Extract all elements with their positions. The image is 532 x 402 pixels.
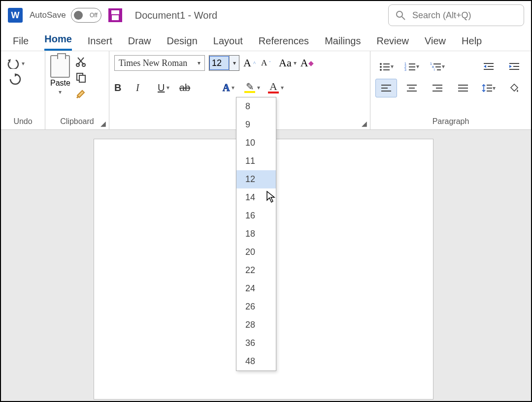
tab-file[interactable]: File xyxy=(13,35,29,51)
change-case-button[interactable]: Aa▾ xyxy=(279,57,297,69)
align-left-button[interactable] xyxy=(375,79,397,97)
font-name-value: Times New Roman xyxy=(119,58,187,68)
shading-button[interactable] xyxy=(503,79,525,97)
clipboard-icon xyxy=(50,55,70,78)
text-effects-button[interactable]: A▾ xyxy=(223,83,236,92)
underline-button[interactable]: U▾ xyxy=(158,82,171,93)
autosave-state: Off xyxy=(90,12,98,19)
chevron-down-icon: ▾ xyxy=(198,60,200,67)
search-icon xyxy=(396,10,405,20)
font-name-select[interactable]: Times New Roman ▾ xyxy=(114,55,205,71)
svg-point-5 xyxy=(82,63,85,66)
group-label-undo: Undo xyxy=(6,116,40,127)
autosave-label: AutoSave xyxy=(30,10,66,20)
copy-button[interactable] xyxy=(75,72,87,83)
align-center-button[interactable] xyxy=(401,79,423,97)
tab-help[interactable]: Help xyxy=(462,35,482,51)
tab-draw[interactable]: Draw xyxy=(128,35,151,51)
justify-button[interactable] xyxy=(452,79,474,97)
align-right-button[interactable] xyxy=(427,79,448,97)
increase-font-size-button[interactable]: A^ xyxy=(243,57,257,69)
tab-view[interactable]: View xyxy=(425,35,446,51)
decrease-font-size-button[interactable]: Aˇ xyxy=(261,58,275,68)
clear-formatting-button[interactable]: A◆ xyxy=(300,57,314,69)
group-undo: ▾ Undo xyxy=(1,51,45,129)
chevron-down-icon: ▾ xyxy=(59,89,62,95)
svg-point-8 xyxy=(380,63,382,65)
font-size-dropdown-button[interactable]: ▾ xyxy=(229,56,239,70)
repeat-button[interactable] xyxy=(9,73,22,86)
dialog-launcher-icon[interactable]: ◢ xyxy=(362,120,367,127)
tab-references[interactable]: References xyxy=(259,35,309,51)
tab-review[interactable]: Review xyxy=(376,35,409,51)
search-box[interactable] xyxy=(388,4,524,26)
group-clipboard: Paste ▾ Clipboard ◢ xyxy=(45,51,109,129)
group-label-paragraph: Paragraph xyxy=(375,116,526,127)
svg-point-4 xyxy=(76,63,79,66)
ribbon-tabs: File Home Insert Draw Design Layout Refe… xyxy=(1,30,531,51)
dialog-launcher-icon[interactable]: ◢ xyxy=(100,120,106,127)
font-size-option-selected[interactable]: 12 xyxy=(236,170,276,188)
svg-rect-7 xyxy=(79,75,85,82)
word-logo-icon: W xyxy=(8,8,23,23)
tab-home[interactable]: Home xyxy=(44,33,72,51)
chevron-down-icon: ▾ xyxy=(22,60,25,67)
font-size-option[interactable]: 28 xyxy=(236,316,276,334)
document-title: Document1 - Word xyxy=(135,10,217,21)
paste-button[interactable]: Paste ▾ xyxy=(50,55,70,95)
group-paragraph: ▾ 123▾ 1ai▾ ▾ Paragraph xyxy=(370,51,531,129)
font-size-option[interactable]: 24 xyxy=(236,279,276,298)
font-size-option[interactable]: 9 xyxy=(236,116,276,134)
bullet-list-button[interactable]: ▾ xyxy=(375,57,397,76)
tab-design[interactable]: Design xyxy=(167,35,198,51)
save-icon[interactable] xyxy=(108,8,122,22)
highlight-button[interactable]: ✎▾ xyxy=(244,82,260,93)
font-size-option[interactable]: 22 xyxy=(236,261,276,279)
font-color-button[interactable]: A▾ xyxy=(268,82,284,93)
font-size-option[interactable]: 48 xyxy=(236,352,276,371)
autosave-toggle[interactable]: AutoSave Off xyxy=(30,8,101,23)
multilevel-list-button[interactable]: 1ai▾ xyxy=(427,57,448,76)
group-label-clipboard: Clipboard xyxy=(50,116,104,127)
strikethrough-button[interactable]: ab xyxy=(179,82,193,93)
svg-line-1 xyxy=(402,17,405,20)
font-size-option[interactable]: 16 xyxy=(236,207,276,225)
font-size-option[interactable]: 11 xyxy=(236,152,276,170)
svg-point-10 xyxy=(380,66,382,68)
decrease-indent-button[interactable] xyxy=(478,57,499,76)
font-size-option[interactable]: 8 xyxy=(236,97,276,116)
toggle-knob-icon xyxy=(74,11,83,20)
increase-indent-button[interactable] xyxy=(503,57,525,76)
svg-point-12 xyxy=(380,69,382,71)
mouse-cursor-icon xyxy=(266,190,276,203)
toggle-switch[interactable]: Off xyxy=(71,8,101,23)
numbered-list-button[interactable]: 123▾ xyxy=(401,57,423,76)
svg-point-0 xyxy=(397,11,402,17)
format-painter-button[interactable] xyxy=(75,88,87,99)
font-size-option[interactable]: 26 xyxy=(236,298,276,316)
bold-button[interactable]: B xyxy=(114,82,128,93)
tab-layout[interactable]: Layout xyxy=(213,35,243,51)
svg-text:3: 3 xyxy=(404,68,406,71)
font-size-option[interactable]: 10 xyxy=(236,134,276,152)
font-size-input[interactable] xyxy=(209,56,229,70)
font-size-option[interactable]: 20 xyxy=(236,243,276,261)
search-input[interactable] xyxy=(411,10,528,21)
line-spacing-button[interactable]: ▾ xyxy=(478,79,499,97)
title-bar: W AutoSave Off Document1 - Word xyxy=(1,1,531,30)
font-size-select[interactable]: ▾ xyxy=(209,55,239,71)
tab-mailings[interactable]: Mailings xyxy=(325,35,361,51)
svg-text:i: i xyxy=(434,68,435,71)
paste-label: Paste xyxy=(50,79,70,88)
italic-button[interactable]: I xyxy=(136,82,150,93)
undo-button[interactable]: ▾ xyxy=(6,58,25,69)
font-size-dropdown[interactable]: 8 9 10 11 12 14 16 18 20 22 24 26 28 36 … xyxy=(236,97,276,371)
tab-insert[interactable]: Insert xyxy=(88,35,112,51)
font-size-option[interactable]: 36 xyxy=(236,334,276,352)
font-size-option[interactable]: 18 xyxy=(236,225,276,243)
cut-button[interactable] xyxy=(75,56,87,67)
